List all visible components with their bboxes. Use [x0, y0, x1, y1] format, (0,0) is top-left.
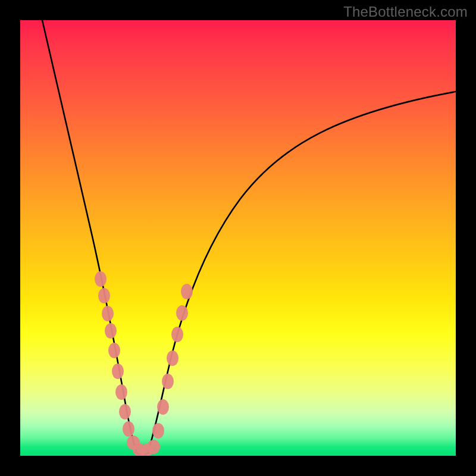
marker-dot: [123, 421, 134, 437]
curve-right-branch: [148, 92, 456, 453]
marker-dot: [147, 440, 160, 454]
marker-dot: [157, 399, 169, 415]
marker-group: [95, 271, 193, 456]
marker-dot: [115, 384, 127, 400]
plot-area: [20, 20, 456, 456]
watermark-text: TheBottleneck.com: [343, 4, 468, 20]
marker-dot: [102, 306, 114, 321]
marker-dot: [162, 374, 174, 389]
marker-dot: [98, 288, 110, 303]
marker-dot: [176, 305, 188, 321]
marker-dot: [171, 327, 183, 342]
marker-dot: [105, 323, 117, 339]
marker-dot: [95, 271, 107, 287]
marker-dot: [108, 343, 120, 358]
marker-dot: [181, 284, 193, 299]
marker-dot: [112, 364, 124, 379]
marker-dot: [152, 423, 164, 439]
marker-dot: [119, 404, 131, 419]
curve-layer: [20, 20, 456, 456]
marker-dot: [167, 350, 178, 366]
outer-frame: TheBottleneck.com: [0, 0, 476, 476]
